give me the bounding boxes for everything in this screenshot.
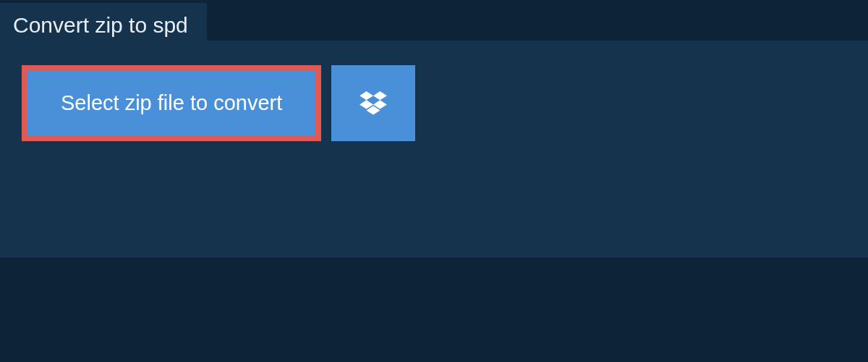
select-file-button[interactable]: Select zip file to convert: [27, 71, 315, 135]
select-button-highlight: Select zip file to convert: [22, 65, 321, 141]
dropbox-icon: [359, 91, 387, 116]
converter-container: Convert zip to spd Select zip file to co…: [0, 41, 868, 258]
select-file-label: Select zip file to convert: [61, 91, 282, 114]
button-row: Select zip file to convert: [0, 41, 868, 166]
tab-title-text: Convert zip to spd: [13, 13, 188, 37]
converter-panel: Select zip file to convert: [0, 41, 868, 258]
dropbox-button[interactable]: [331, 65, 415, 141]
